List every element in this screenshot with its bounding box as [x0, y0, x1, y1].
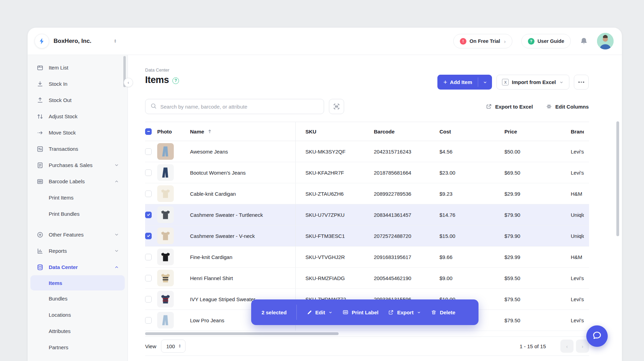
user-guide-button[interactable]: ? User Guide: [521, 34, 571, 48]
selection-count: 2 selected: [262, 309, 287, 315]
item-cost: $9.23: [437, 191, 502, 197]
item-cost: $15.00: [437, 233, 502, 239]
sidebar-item-data-center[interactable]: Data Center: [28, 259, 127, 275]
barcode-scan-button[interactable]: [329, 99, 344, 114]
user-avatar[interactable]: [597, 33, 614, 49]
data-center-icon: [37, 264, 44, 271]
item-photo: [157, 291, 183, 307]
column-header-photo[interactable]: Photo: [157, 129, 183, 135]
sidebar-item-attributes[interactable]: Attributes: [28, 323, 127, 339]
item-sku: SKU-ZTAU6ZH6: [296, 191, 371, 197]
item-brand: Uniqlo: [568, 233, 584, 239]
row-checkbox[interactable]: [145, 191, 157, 197]
item-photo: [157, 206, 183, 223]
table-row[interactable]: Fine-knit CardiganSKU-VTVGHJ2R2091683195…: [145, 247, 589, 268]
content-body: Item ListStock InStock OutAdjust StockMo…: [28, 55, 622, 361]
table-footer: View 100 ▲▼ 1 - 15 of 15 ‹ ›: [145, 336, 589, 356]
add-item-dropdown[interactable]: [478, 75, 492, 90]
item-name: Bootcut Women's Jeans: [183, 162, 296, 183]
sidebar-item-reports[interactable]: Reports: [28, 243, 127, 259]
sidebar-item-locations[interactable]: Locations: [28, 307, 127, 323]
edit-columns-button[interactable]: Edit Columns: [546, 103, 589, 110]
select-all-checkbox[interactable]: [145, 128, 157, 135]
row-checkbox[interactable]: [145, 233, 157, 239]
next-page-button[interactable]: ›: [576, 340, 589, 353]
sidebar-item-stock-in[interactable]: Stock In: [28, 76, 127, 92]
sidebar-item-barcode-labels[interactable]: Barcode Labels: [28, 173, 127, 189]
chevron-up-icon: [114, 179, 119, 184]
row-checkbox[interactable]: [145, 317, 157, 324]
table-row[interactable]: Henri Flannel ShirtSKU-RMZFIADG200544546…: [145, 268, 589, 289]
page-size-select[interactable]: 100 ▲▼: [161, 340, 186, 353]
sidebar-item-move-stock[interactable]: Move Stock: [28, 124, 127, 141]
transactions-icon: [37, 146, 44, 152]
sidebar-item-print-bundles[interactable]: Print Bundles: [28, 206, 127, 222]
item-barcode: 2005445462190: [371, 275, 437, 281]
item-photo: [157, 185, 183, 202]
notifications-bell-icon[interactable]: [580, 37, 588, 45]
item-photo: [157, 143, 183, 160]
sidebar-item-print-items[interactable]: Print Items: [28, 189, 127, 206]
sidebar-item-transactions[interactable]: Transactions: [28, 141, 127, 157]
row-checkbox[interactable]: [145, 169, 157, 176]
item-name: Fine-knit Cardigan: [183, 247, 296, 267]
column-header-price[interactable]: Price: [502, 129, 568, 135]
row-checkbox[interactable]: [145, 148, 157, 155]
sidebar-item-adjust-stock[interactable]: Adjust Stock: [28, 108, 127, 124]
row-checkbox[interactable]: [145, 275, 157, 281]
bulk-delete-button[interactable]: Delete: [431, 309, 455, 315]
company-switch-icon[interactable]: ▲▼: [114, 39, 117, 43]
item-brand: H&M: [568, 254, 584, 260]
search-input[interactable]: [160, 104, 319, 110]
label-icon: [342, 309, 349, 315]
sidebar-item-other-features[interactable]: Other Features: [28, 226, 127, 243]
table-row[interactable]: Cashmere Sweater - V-neckSKU-FTM3ESC1207…: [145, 225, 589, 247]
bulk-edit-button[interactable]: Edit: [306, 309, 333, 315]
bulk-export-button[interactable]: Export: [388, 309, 421, 315]
column-header-name[interactable]: Name: [183, 122, 296, 141]
bulk-print-label-button[interactable]: Print Label: [342, 309, 379, 315]
previous-page-button[interactable]: ‹: [560, 340, 574, 353]
item-photo: [157, 164, 183, 181]
column-header-cost[interactable]: Cost: [437, 129, 502, 135]
export-to-excel-button[interactable]: Export to Excel: [486, 103, 533, 110]
horizontal-scrollbar[interactable]: [145, 332, 339, 335]
sidebar-collapse-button[interactable]: ‹: [124, 78, 133, 87]
sidebar-item-items[interactable]: Items: [30, 275, 125, 290]
sidebar-item-stock-out[interactable]: Stock Out: [28, 92, 127, 108]
vertical-scrollbar[interactable]: [616, 121, 619, 236]
sidebar-item-partners[interactable]: Partners: [28, 339, 127, 355]
sidebar-item-bundles[interactable]: Bundles: [28, 290, 127, 307]
column-header-brand[interactable]: Brand: [568, 129, 584, 135]
row-checkbox[interactable]: [145, 296, 157, 303]
table-row[interactable]: Cable-knit CardiganSKU-ZTAU6ZH6208992278…: [145, 183, 589, 204]
guide-label: User Guide: [538, 38, 564, 44]
table-row[interactable]: Awesome JeansSKU-MK3SY2QF2042315716243$4…: [145, 141, 589, 162]
free-trial-button[interactable]: ! On Free Trial ›: [453, 34, 512, 48]
column-header-sku[interactable]: SKU: [296, 129, 371, 135]
item-brand: Levi's: [568, 296, 584, 302]
sidebar-item-item-list[interactable]: Item List: [28, 59, 127, 76]
table-header: Photo Name SKU Barcode Cost Price Brand: [145, 122, 589, 141]
add-item-button[interactable]: + Add Item: [437, 75, 492, 90]
item-barcode: 2091683195617: [371, 254, 437, 260]
more-options-button[interactable]: [574, 75, 589, 90]
row-checkbox[interactable]: [145, 254, 157, 260]
table-row[interactable]: Cashmere Sweater - TurtleneckSKU-U7V7ZPK…: [145, 204, 589, 225]
row-checkbox[interactable]: [145, 212, 157, 218]
topbar-right: ! On Free Trial › ? User Guide: [453, 33, 614, 49]
import-from-excel-button[interactable]: X Import from Excel: [496, 75, 569, 90]
boxhero-logo: [35, 34, 49, 48]
sidebar-item-purchases-sales[interactable]: Purchases & Sales: [28, 157, 127, 173]
live-chat-button[interactable]: [586, 325, 608, 347]
column-header-barcode[interactable]: Barcode: [371, 129, 437, 135]
company-switcher[interactable]: BoxHero, Inc. ▲▼: [35, 34, 117, 48]
item-price: $59.50: [502, 275, 568, 281]
main-content: Data Center Items ? + Add Item: [128, 55, 622, 361]
table-row[interactable]: Bootcut Women's JeansSKU-KFA2HR7F2018785…: [145, 162, 589, 183]
item-price: $69.50: [502, 170, 568, 176]
trial-badge-icon: !: [460, 38, 466, 45]
help-icon[interactable]: ?: [172, 77, 179, 84]
item-name: Awesome Jeans: [183, 141, 296, 162]
item-brand: H&M: [568, 191, 584, 197]
